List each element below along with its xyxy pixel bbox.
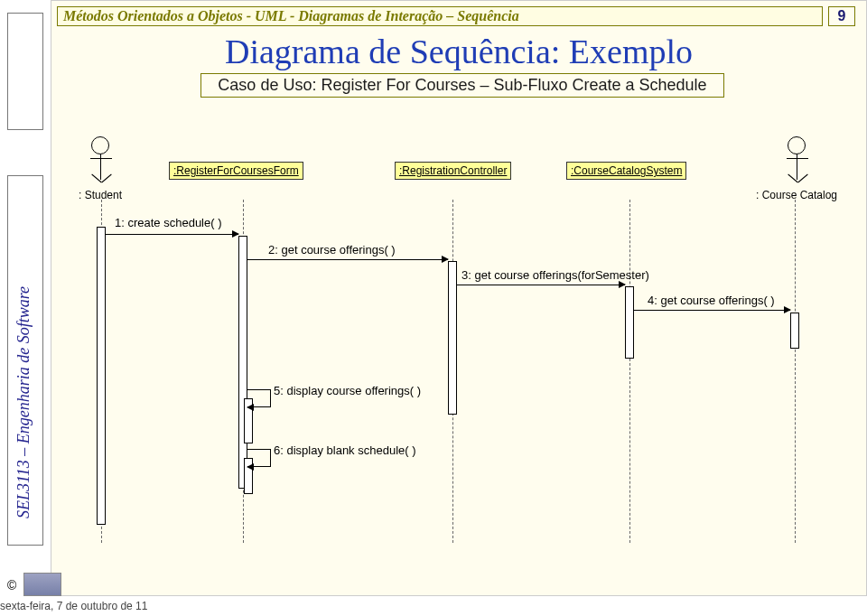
sidebar-label: SEL3113 – Engenharia de Software xyxy=(14,286,33,518)
copyright-symbol: © xyxy=(7,578,16,593)
footer-date: sexta-feira, 7 de outubro de 11 xyxy=(0,600,147,612)
message-6-label: 6: display blank schedule( ) xyxy=(274,443,416,457)
subtitle-box: Caso de Uso: Register For Courses – Sub-… xyxy=(200,73,724,98)
object-registration-controller: :RegistrationController xyxy=(395,162,511,180)
sidebar: SEL3113 – Engenharia de Software xyxy=(0,13,47,591)
sequence-diagram: : Student : Course Catalog :RegisterForC… xyxy=(51,127,866,550)
message-6-selfcall xyxy=(247,449,271,467)
sidebar-box-top xyxy=(7,13,43,130)
actor-head-icon xyxy=(788,136,806,154)
object-course-catalog-system: :CourseCatalogSystem xyxy=(566,162,686,180)
activation-controller xyxy=(448,261,457,415)
message-5-label: 5: display course offerings( ) xyxy=(274,384,421,397)
object-register-form: :RegisterForCoursesForm xyxy=(169,162,303,180)
message-3-line xyxy=(457,285,625,285)
header-text: Métodos Orientados a Objetos - UML - Dia… xyxy=(63,8,519,24)
actor-head-icon xyxy=(91,136,109,154)
message-4-label: 4: get course offerings( ) xyxy=(648,294,775,307)
actor-body-icon xyxy=(797,154,797,180)
lifeline-catalog xyxy=(795,200,796,543)
actor-course-catalog: : Course Catalog xyxy=(756,136,837,201)
activation-catalog xyxy=(790,313,799,349)
actor-catalog-label: : Course Catalog xyxy=(756,189,837,201)
slide-header: Métodos Orientados a Objetos - UML - Dia… xyxy=(57,6,823,26)
lifeline-system xyxy=(629,200,630,543)
message-1-line xyxy=(106,234,238,235)
message-2-line xyxy=(247,259,448,260)
message-1-label: 1: create schedule( ) xyxy=(115,216,222,229)
activation-system xyxy=(625,286,634,359)
slide: Métodos Orientados a Objetos - UML - Dia… xyxy=(51,0,867,596)
message-4-line xyxy=(634,310,790,311)
actor-body-icon xyxy=(100,154,101,180)
logo-box xyxy=(23,573,61,596)
subtitle-text: Caso de Uso: Register For Courses – Sub-… xyxy=(218,76,706,94)
activation-student xyxy=(97,227,106,525)
page-number: 9 xyxy=(828,6,855,26)
message-5-selfcall xyxy=(247,389,271,407)
activation-form xyxy=(238,236,247,489)
message-2-label: 2: get course offerings( ) xyxy=(268,243,396,257)
message-3-label: 3: get course offerings(forSemester) xyxy=(461,268,649,282)
page-title: Diagrama de Sequência: Exemplo xyxy=(51,32,866,71)
actor-student: : Student xyxy=(79,136,122,201)
